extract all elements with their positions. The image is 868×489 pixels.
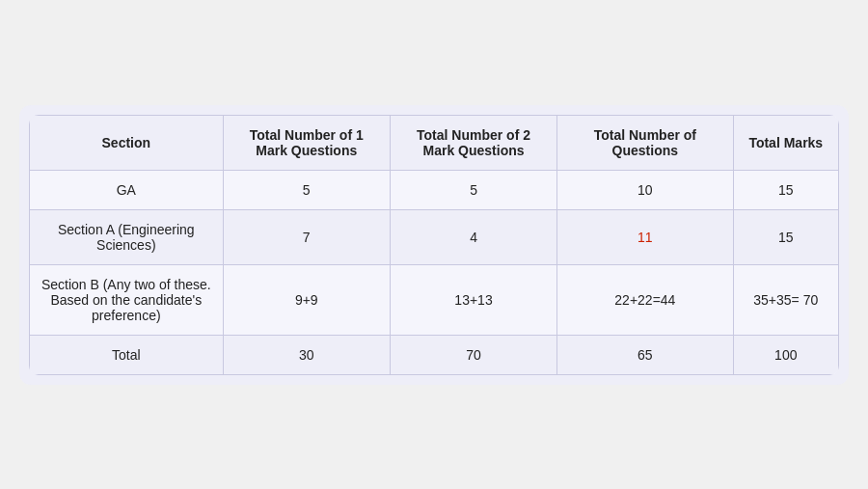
header-total-questions: Total Number of Questions — [557, 115, 733, 170]
cell-2mark: 70 — [390, 335, 556, 374]
cell-1mark: 5 — [223, 170, 390, 209]
cell-section: Section B (Any two of these. Based on th… — [30, 264, 224, 335]
table-row: Section A (Engineering Sciences)741115 — [30, 209, 839, 264]
cell-1mark: 7 — [223, 209, 390, 264]
header-2mark: Total Number of 2 Mark Questions — [390, 115, 556, 170]
data-table: Section Total Number of 1 Mark Questions… — [29, 115, 839, 375]
header-1mark: Total Number of 1 Mark Questions — [223, 115, 390, 170]
table-row: Section B (Any two of these. Based on th… — [30, 264, 839, 335]
cell-section: Total — [30, 335, 224, 374]
cell-total-questions: 11 — [557, 209, 733, 264]
cell-total-marks: 35+35= 70 — [733, 264, 838, 335]
cell-total-questions: 65 — [557, 335, 733, 374]
cell-total-questions: 10 — [557, 170, 733, 209]
header-section: Section — [30, 115, 224, 170]
cell-1mark: 9+9 — [223, 264, 390, 335]
cell-2mark: 5 — [390, 170, 556, 209]
cell-total-marks: 15 — [733, 209, 838, 264]
header-row: Section Total Number of 1 Mark Questions… — [30, 115, 839, 170]
cell-total-marks: 100 — [733, 335, 838, 374]
cell-2mark: 13+13 — [390, 264, 556, 335]
cell-section: Section A (Engineering Sciences) — [30, 209, 224, 264]
table-row: Total307065100 — [30, 335, 839, 374]
header-total-marks: Total Marks — [733, 115, 838, 170]
table-container: Section Total Number of 1 Mark Questions… — [19, 105, 849, 385]
cell-2mark: 4 — [390, 209, 556, 264]
cell-1mark: 30 — [223, 335, 390, 374]
cell-section: GA — [30, 170, 224, 209]
table-row: GA551015 — [30, 170, 839, 209]
cell-total-marks: 15 — [733, 170, 838, 209]
cell-total-questions: 22+22=44 — [557, 264, 733, 335]
